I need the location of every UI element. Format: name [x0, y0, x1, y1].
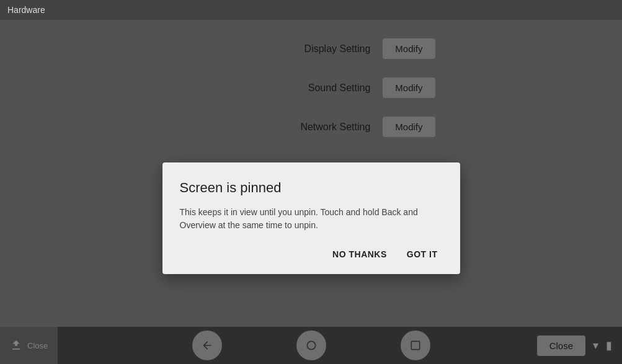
dialog-title: Screen is pinned	[180, 180, 443, 196]
dialog-actions: NO THANKS GOT IT	[180, 247, 443, 262]
title-bar: Hardware	[0, 0, 622, 20]
dialog-body: This keeps it in view until you unpin. T…	[180, 206, 443, 232]
overlay: Screen is pinned This keeps it in view u…	[0, 20, 622, 364]
no-thanks-button[interactable]: NO THANKS	[327, 247, 392, 262]
dialog: Screen is pinned This keeps it in view u…	[162, 162, 460, 274]
app-title: Hardware	[7, 5, 45, 15]
got-it-button[interactable]: GOT IT	[402, 247, 443, 262]
